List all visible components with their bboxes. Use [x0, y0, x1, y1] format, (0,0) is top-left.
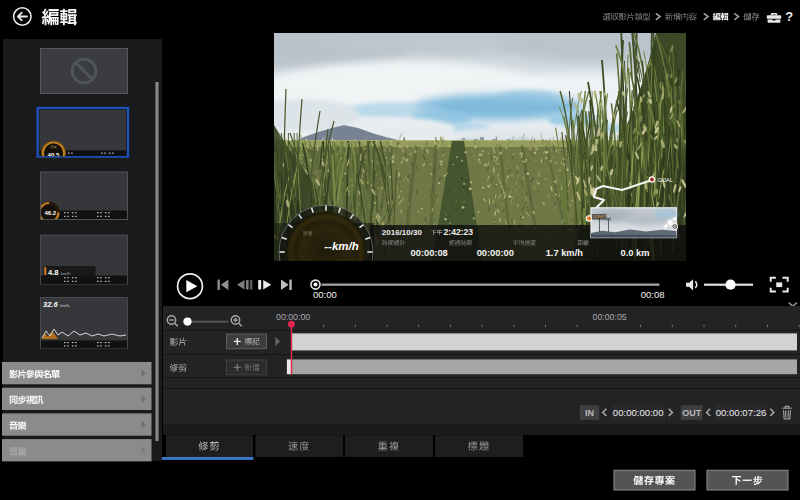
- svg-text:0.0 km: 0.0 km: [621, 248, 650, 258]
- svg-text:4.8: 4.8: [48, 268, 58, 277]
- svg-text:OUT: OUT: [682, 408, 702, 418]
- svg-text:00:08: 00:08: [641, 289, 665, 300]
- svg-text:START: START: [593, 214, 606, 219]
- svg-text:?: ?: [785, 9, 793, 24]
- svg-text:2:42:23: 2:42:23: [444, 227, 474, 237]
- svg-text:GOAL: GOAL: [658, 177, 673, 183]
- svg-text:32.6: 32.6: [43, 300, 58, 309]
- svg-text:2016/10/30: 2016/10/30: [382, 228, 423, 237]
- svg-text:IN: IN: [585, 408, 594, 418]
- svg-text:1.7 km/h: 1.7 km/h: [546, 248, 584, 258]
- svg-text:00:00:07:26: 00:00:07:26: [716, 407, 767, 418]
- svg-text:km/h: km/h: [61, 271, 71, 276]
- svg-text:00:00:00: 00:00:00: [276, 312, 310, 322]
- svg-text:--km/h: --km/h: [324, 240, 359, 252]
- svg-text:00:00:00: 00:00:00: [477, 248, 514, 258]
- svg-text:46.2: 46.2: [45, 210, 57, 216]
- svg-text:00:00:00:00: 00:00:00:00: [613, 407, 664, 418]
- svg-text:00:00:05: 00:00:05: [593, 312, 627, 322]
- svg-text:00:00: 00:00: [313, 289, 337, 300]
- svg-text:00:00:08: 00:00:08: [411, 248, 448, 258]
- svg-text:km/h: km/h: [60, 303, 70, 308]
